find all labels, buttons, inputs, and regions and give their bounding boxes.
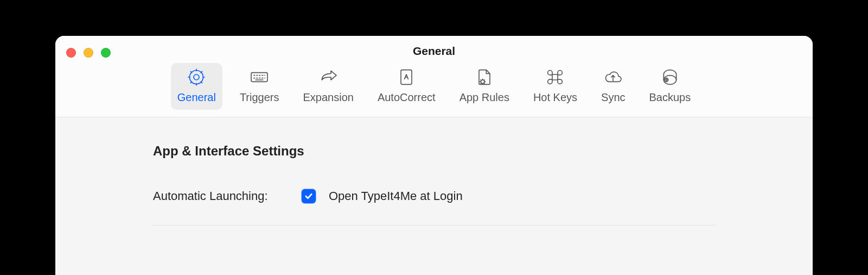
window-title: General: [55, 45, 813, 58]
checkbox-label: Open TypeIt4Me at Login: [329, 189, 463, 203]
titlebar: General General Triggers Expansion: [55, 36, 813, 117]
open-at-login-checkbox[interactable]: [302, 189, 316, 203]
keyboard-icon: [248, 66, 270, 88]
tab-label: App Rules: [459, 91, 509, 104]
cloud-upload-icon: [602, 66, 624, 88]
tab-triggers[interactable]: Triggers: [233, 63, 286, 110]
setting-label: Automatic Launching:: [153, 189, 289, 203]
tab-sync[interactable]: Sync: [595, 63, 631, 110]
disk-plus-icon: [659, 66, 681, 88]
command-icon: [544, 66, 566, 88]
gear-icon: [186, 66, 207, 88]
dictionary-icon: [395, 66, 417, 88]
section-title: App & Interface Settings: [153, 143, 715, 159]
share-arrow-icon: [317, 66, 339, 88]
svg-point-1: [190, 71, 203, 84]
tab-label: Expansion: [303, 91, 354, 104]
tab-backups[interactable]: Backups: [643, 63, 698, 110]
tab-label: AutoCorrect: [378, 91, 436, 104]
tab-general[interactable]: General: [171, 63, 222, 110]
document-gear-icon: [474, 66, 495, 88]
tab-label: Hot Keys: [533, 91, 577, 104]
setting-row-automatic-launching: Automatic Launching: Open TypeIt4Me at L…: [153, 189, 715, 226]
tab-label: Triggers: [240, 91, 279, 104]
tab-autocorrect[interactable]: AutoCorrect: [371, 63, 442, 110]
tab-app-rules[interactable]: App Rules: [453, 63, 516, 110]
tab-expansion[interactable]: Expansion: [297, 63, 360, 110]
tab-label: Sync: [601, 91, 625, 104]
tab-label: General: [177, 91, 216, 104]
content-area: App & Interface Settings Automatic Launc…: [55, 117, 813, 226]
tab-hot-keys[interactable]: Hot Keys: [527, 63, 584, 110]
preferences-window: General General Triggers Expansion: [55, 36, 813, 275]
tab-label: Backups: [649, 91, 691, 104]
svg-point-0: [194, 74, 199, 80]
toolbar: General Triggers Expansion AutoCorrect: [55, 63, 813, 110]
